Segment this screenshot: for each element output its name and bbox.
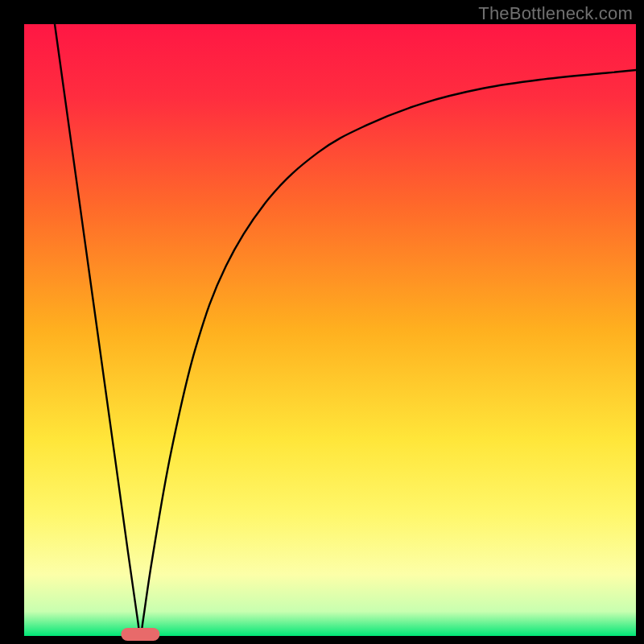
watermark-text: TheBottleneck.com [478, 3, 633, 24]
result-marker [121, 628, 159, 641]
chart-canvas [0, 0, 644, 644]
bottleneck-chart: TheBottleneck.com [0, 0, 644, 644]
plot-area [24, 24, 636, 636]
